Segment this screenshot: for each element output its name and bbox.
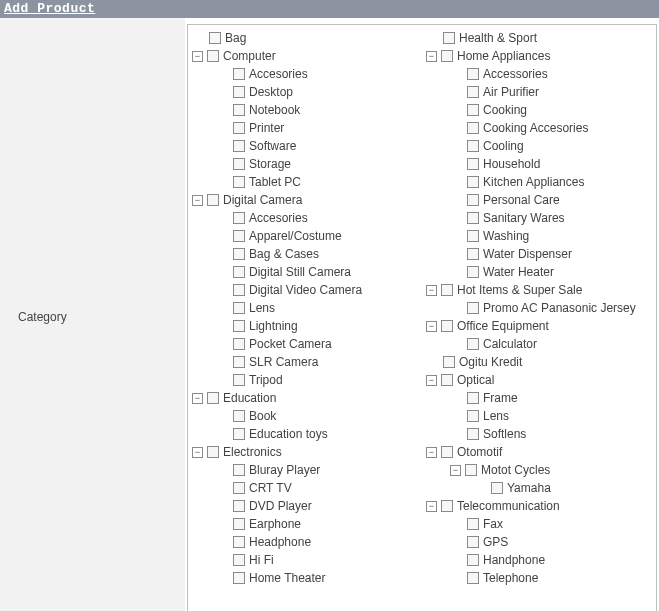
category-checkbox[interactable]: [233, 500, 245, 512]
category-checkbox[interactable]: [233, 230, 245, 242]
tree-node[interactable]: Washing: [426, 227, 652, 245]
category-checkbox[interactable]: [233, 122, 245, 134]
category-checkbox[interactable]: [467, 392, 479, 404]
tree-node[interactable]: Lens: [426, 407, 652, 425]
collapse-icon[interactable]: −: [450, 465, 461, 476]
category-checkbox[interactable]: [233, 482, 245, 494]
tree-node[interactable]: Book: [192, 407, 418, 425]
tree-node[interactable]: −Home Appliances: [426, 47, 652, 65]
collapse-icon[interactable]: −: [426, 51, 437, 62]
category-checkbox[interactable]: [441, 284, 453, 296]
category-checkbox[interactable]: [233, 158, 245, 170]
tree-node[interactable]: Accesories: [192, 65, 418, 83]
tree-node[interactable]: Cooling: [426, 137, 652, 155]
category-checkbox[interactable]: [467, 158, 479, 170]
tree-node[interactable]: Digital Video Camera: [192, 281, 418, 299]
collapse-icon[interactable]: −: [192, 51, 203, 62]
category-checkbox[interactable]: [233, 374, 245, 386]
tree-node[interactable]: −Hot Items & Super Sale: [426, 281, 652, 299]
tree-node[interactable]: −Optical: [426, 371, 652, 389]
category-checkbox[interactable]: [467, 212, 479, 224]
tree-node[interactable]: Printer: [192, 119, 418, 137]
tree-node[interactable]: Softlens: [426, 425, 652, 443]
collapse-icon[interactable]: −: [426, 447, 437, 458]
category-checkbox[interactable]: [233, 176, 245, 188]
tree-node[interactable]: Promo AC Panasonic Jersey: [426, 299, 652, 317]
tree-node[interactable]: Hi Fi: [192, 551, 418, 569]
tree-node[interactable]: Bag & Cases: [192, 245, 418, 263]
category-checkbox[interactable]: [233, 302, 245, 314]
tree-node[interactable]: Home Theater: [192, 569, 418, 587]
tree-node[interactable]: Tripod: [192, 371, 418, 389]
category-checkbox[interactable]: [465, 464, 477, 476]
tree-node[interactable]: Bluray Player: [192, 461, 418, 479]
category-checkbox[interactable]: [207, 194, 219, 206]
collapse-icon[interactable]: −: [192, 195, 203, 206]
category-checkbox[interactable]: [467, 140, 479, 152]
category-checkbox[interactable]: [233, 320, 245, 332]
tree-node[interactable]: Water Dispenser: [426, 245, 652, 263]
tree-node[interactable]: Lens: [192, 299, 418, 317]
tree-node[interactable]: −Telecommunication: [426, 497, 652, 515]
category-checkbox[interactable]: [233, 212, 245, 224]
category-checkbox[interactable]: [207, 446, 219, 458]
collapse-icon[interactable]: −: [426, 375, 437, 386]
category-checkbox[interactable]: [467, 176, 479, 188]
category-checkbox[interactable]: [441, 500, 453, 512]
tree-node[interactable]: Digital Still Camera: [192, 263, 418, 281]
tree-node[interactable]: Storage: [192, 155, 418, 173]
tree-node[interactable]: Kitchen Appliances: [426, 173, 652, 191]
category-checkbox[interactable]: [441, 374, 453, 386]
tree-node[interactable]: Education toys: [192, 425, 418, 443]
category-checkbox[interactable]: [233, 104, 245, 116]
tree-node[interactable]: GPS: [426, 533, 652, 551]
category-checkbox[interactable]: [467, 248, 479, 260]
tree-node[interactable]: CRT TV: [192, 479, 418, 497]
category-checkbox[interactable]: [467, 554, 479, 566]
tree-node[interactable]: Lightning: [192, 317, 418, 335]
tree-node[interactable]: −Digital Camera: [192, 191, 418, 209]
category-checkbox[interactable]: [207, 392, 219, 404]
category-checkbox[interactable]: [233, 338, 245, 350]
category-checkbox[interactable]: [441, 320, 453, 332]
category-checkbox[interactable]: [467, 428, 479, 440]
tree-node[interactable]: Air Purifier: [426, 83, 652, 101]
category-checkbox[interactable]: [233, 140, 245, 152]
category-checkbox[interactable]: [233, 86, 245, 98]
category-checkbox[interactable]: [467, 194, 479, 206]
tree-node[interactable]: Software: [192, 137, 418, 155]
category-checkbox[interactable]: [467, 86, 479, 98]
category-checkbox[interactable]: [233, 464, 245, 476]
tree-node[interactable]: Telephone: [426, 569, 652, 587]
collapse-icon[interactable]: −: [192, 393, 203, 404]
tree-node[interactable]: Yamaha: [426, 479, 652, 497]
tree-node[interactable]: Accesories: [192, 209, 418, 227]
tree-node[interactable]: Water Heater: [426, 263, 652, 281]
tree-node[interactable]: Notebook: [192, 101, 418, 119]
category-checkbox[interactable]: [233, 410, 245, 422]
category-checkbox[interactable]: [441, 446, 453, 458]
tree-node[interactable]: Frame: [426, 389, 652, 407]
category-checkbox[interactable]: [467, 230, 479, 242]
tree-node[interactable]: Health & Sport: [426, 29, 652, 47]
category-checkbox[interactable]: [467, 104, 479, 116]
collapse-icon[interactable]: −: [426, 321, 437, 332]
tree-node[interactable]: Ogitu Kredit: [426, 353, 652, 371]
tree-node[interactable]: Accessories: [426, 65, 652, 83]
category-checkbox[interactable]: [467, 572, 479, 584]
category-checkbox[interactable]: [209, 32, 221, 44]
tree-node[interactable]: Household: [426, 155, 652, 173]
tree-node[interactable]: Sanitary Wares: [426, 209, 652, 227]
category-checkbox[interactable]: [467, 536, 479, 548]
category-checkbox[interactable]: [233, 266, 245, 278]
tree-node[interactable]: −Electronics: [192, 443, 418, 461]
category-checkbox[interactable]: [467, 122, 479, 134]
tree-node[interactable]: −Education: [192, 389, 418, 407]
category-checkbox[interactable]: [467, 68, 479, 80]
category-checkbox[interactable]: [233, 428, 245, 440]
tree-node[interactable]: SLR Camera: [192, 353, 418, 371]
category-checkbox[interactable]: [441, 50, 453, 62]
category-tree[interactable]: Bag−ComputerAccesoriesDesktopNotebookPri…: [187, 24, 657, 611]
category-checkbox[interactable]: [233, 356, 245, 368]
category-checkbox[interactable]: [443, 356, 455, 368]
